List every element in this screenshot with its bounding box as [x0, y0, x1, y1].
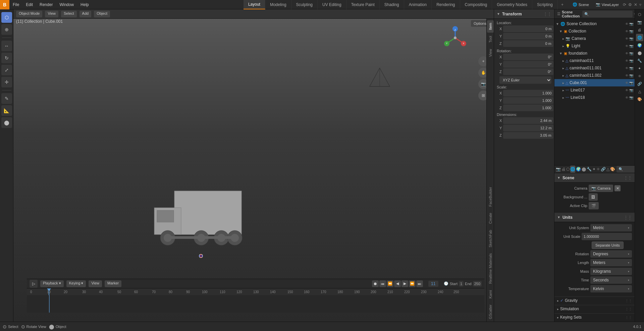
keying-menu[interactable]: Keying ▾ [66, 280, 86, 287]
tree-line017[interactable]: ▸ 〰 Line017 👁 📷 [554, 86, 635, 94]
annotate-tool[interactable]: ✎ [1, 93, 12, 104]
step-fwd-btn[interactable]: ⏩ [409, 280, 416, 287]
line018-render-icon[interactable]: 📷 [629, 96, 633, 100]
rotation-y-input[interactable] [503, 61, 553, 68]
menu-render[interactable]: Render [36, 0, 56, 9]
close-icon[interactable]: ✕ [634, 2, 637, 7]
ps-icon-scene-active[interactable]: 🌐 [636, 34, 643, 41]
units-gear-icon[interactable]: ⋮⋮ [624, 215, 632, 220]
play-back-btn[interactable]: ◀ [394, 280, 401, 287]
outliner-search-input[interactable] [582, 11, 633, 17]
units-panel-header[interactable]: ▼ Units ⋮⋮ [554, 213, 635, 222]
gravity-collapse[interactable]: ▸ ✓ Gravity ⋮⋮ [554, 296, 635, 304]
prop-material-icon[interactable]: 🎨 [610, 166, 615, 173]
workspace-texture-paint[interactable]: Texture Paint [346, 0, 380, 9]
found-render-icon[interactable]: 📷 [629, 52, 633, 55]
transform-gear-icon[interactable]: ⋮⋮ [543, 12, 551, 16]
simulation-collapse[interactable]: ▸ Simulation ⋮⋮ [554, 305, 635, 313]
move-tool[interactable]: ↔ [1, 41, 12, 51]
camera-select-btn[interactable]: 📷 Camera [589, 185, 613, 192]
tree-caminhao011[interactable]: ▸ △ caminhao011 👁 📷 [554, 57, 635, 64]
workspace-modeling[interactable]: Modeling [265, 0, 291, 9]
col-visibility-icon[interactable]: 👁 [625, 29, 629, 33]
workspace-compositing[interactable]: Compositing [460, 0, 492, 9]
measure-tool[interactable]: 📐 [1, 105, 12, 116]
ps-icon-panel-selector[interactable]: ⬡ [636, 11, 643, 18]
ps-icon-9[interactable]: ⚛ [636, 72, 643, 80]
light-render-icon[interactable]: 📷 [629, 44, 633, 48]
viewport-gizmo[interactable]: Z X Y [443, 26, 467, 50]
cube-001-vis-icon[interactable]: 👁 [625, 81, 629, 85]
length-dropdown[interactable]: Meters ▾ [590, 259, 632, 266]
dim-z-input[interactable] [503, 132, 553, 139]
tree-caminhao011-002[interactable]: ▸ △ caminhao011.002 👁 📷 [554, 72, 635, 79]
rotation-x-input[interactable] [503, 54, 553, 60]
mass-dropdown[interactable]: Kilograms ▾ [590, 268, 632, 275]
separate-units-btn[interactable]: Separate Units [592, 242, 624, 249]
location-x-input[interactable] [503, 25, 553, 32]
view-layer-selector[interactable]: 📷 ViewLayer [593, 2, 622, 7]
end-frame-input[interactable]: 250 [473, 281, 482, 286]
ps-icon-10[interactable]: 🔗 [636, 80, 643, 87]
tree-collection[interactable]: ▼ ▣ Collection 👁 📷 [554, 27, 635, 35]
ps-icon-2[interactable]: 📷 [636, 18, 643, 26]
cam011-002-vis-icon[interactable]: 👁 [625, 74, 629, 77]
prop-render-icon[interactable]: 📷 [556, 166, 561, 173]
step-back-btn[interactable]: ⏪ [387, 280, 393, 287]
active-clip-btn[interactable]: 🎬 [589, 202, 599, 209]
cam011-001-render-icon[interactable]: 📷 [629, 66, 633, 70]
workspace-shading[interactable]: Shading [380, 0, 404, 9]
cam011-002-render-icon[interactable]: 📷 [629, 74, 633, 77]
found-visibility-icon[interactable]: 👁 [625, 52, 629, 55]
sidebar-tab-view[interactable]: View [487, 46, 494, 60]
scene-gear-icon[interactable]: ⋮⋮ [624, 176, 632, 180]
workspace-scripting[interactable]: Scripting [532, 0, 558, 9]
tree-scene-collection[interactable]: ▼ 🌐 Scene Collection 👁 📷 [554, 20, 635, 27]
location-y-input[interactable] [503, 33, 553, 40]
select-tool[interactable]: ⬡ [1, 12, 12, 23]
add-menu[interactable]: Add [79, 11, 92, 17]
prop-world-icon[interactable]: 🌍 [576, 166, 581, 173]
sidebar-tab-tool[interactable]: Tool [487, 33, 494, 45]
workspace-rendering[interactable]: Rendering [432, 0, 460, 9]
tree-line018[interactable]: ▸ 〰 Line018 👁 📷 [554, 94, 635, 101]
ps-icon-12[interactable]: 🎨 [636, 95, 643, 103]
skip-end-btn[interactable]: ⏭ [416, 280, 423, 287]
sidebar-tab-gscatter[interactable]: GScatter [487, 302, 494, 322]
play-btn[interactable]: ▶ [401, 280, 408, 287]
scale-tool[interactable]: ⤢ [1, 65, 12, 75]
workspace-uv-editing[interactable]: UV Editing [318, 0, 346, 9]
transform-panel-header[interactable]: ▼ Transform ⋮⋮ [494, 9, 554, 19]
cam-visibility-icon[interactable]: 👁 [625, 37, 629, 41]
timeline-body[interactable]: 0 10 20 30 40 50 60 70 80 90 100 110 120… [27, 288, 484, 313]
start-frame-input[interactable]: 1 [459, 281, 464, 286]
prop-particles-icon[interactable]: ✦ [592, 166, 596, 173]
sidebar-tab-facebuilder[interactable]: FaceBuilder [487, 184, 494, 209]
menu-edit[interactable]: Edit [22, 0, 36, 9]
cam011-render-icon[interactable]: 📷 [629, 59, 633, 63]
unit-scale-input[interactable] [582, 233, 632, 240]
ps-icon-7[interactable]: 🔧 [636, 57, 643, 64]
keying-sets-gear[interactable]: ⋮⋮ [625, 316, 632, 319]
sync-icon[interactable]: ⟳ [623, 2, 626, 7]
camera-clear-btn[interactable]: ✕ [614, 185, 621, 191]
prop-modifier-icon[interactable]: 🔧 [587, 166, 592, 173]
temperature-dropdown[interactable]: Kelvin ▾ [590, 285, 632, 292]
euler-mode-select[interactable]: XYZ Euler [499, 76, 551, 84]
location-z-input[interactable] [503, 40, 553, 47]
menu-file[interactable]: File [9, 0, 22, 9]
scale-y-input[interactable] [503, 97, 553, 104]
record-btn[interactable]: ⏺ [372, 280, 379, 287]
ps-icon-11[interactable]: △ [636, 88, 643, 95]
time-dropdown[interactable]: Seconds ▾ [590, 276, 632, 284]
workspace-layout[interactable]: Layout [244, 0, 265, 9]
background-btn[interactable]: 🖼 [589, 193, 598, 201]
sidebar-tab-sketchfab[interactable]: SketchFab [487, 227, 494, 250]
scene-panel-header[interactable]: ▼ Scene ⋮⋮ [554, 173, 635, 183]
sidebar-tab-realtime[interactable]: Realtime Materials [487, 251, 494, 286]
sidebar-tab-kami[interactable]: Kami [487, 287, 494, 301]
properties-search-input[interactable] [616, 166, 635, 173]
mode-selector[interactable]: Object Mode [16, 11, 42, 17]
viewport-3d[interactable]: User Perspective (11) Collection | Cube.… [13, 9, 494, 322]
scale-x-input[interactable] [503, 90, 553, 96]
